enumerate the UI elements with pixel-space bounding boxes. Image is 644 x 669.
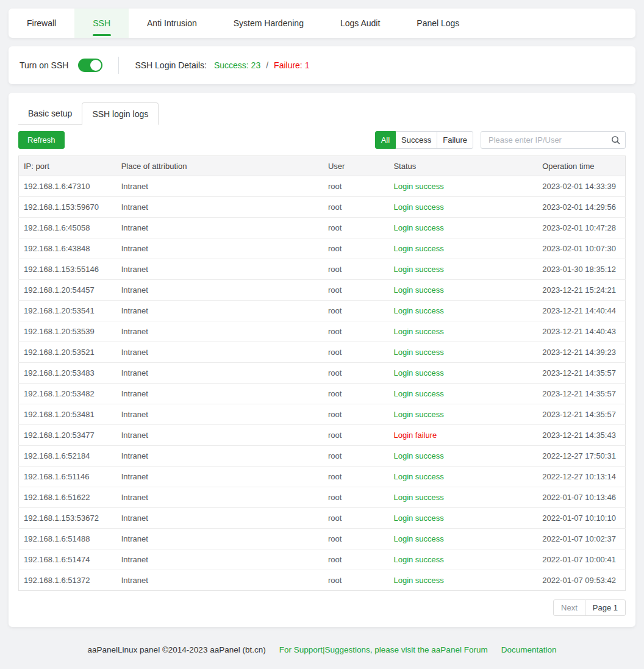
top-nav: FirewallSSHAnti IntrusionSystem Hardenin… (9, 9, 635, 38)
cell-place: Intranet (116, 425, 323, 446)
cell-place: Intranet (116, 549, 323, 570)
tab-firewall[interactable]: Firewall (9, 9, 74, 38)
cell-status: Login success (388, 404, 537, 425)
cell-operation-time: 2022-01-07 10:00:41 (537, 549, 625, 570)
cell-ip-port: 192.168.1.153:55146 (19, 259, 116, 280)
cell-operation-time: 2022-01-07 10:13:46 (537, 487, 625, 508)
tab-ssh-login-logs[interactable]: SSH login logs (82, 102, 159, 125)
cell-status: Login success (388, 446, 537, 467)
documentation-link[interactable]: Documentation (501, 645, 557, 654)
search-box (481, 131, 626, 149)
cell-ip-port: 192.168.1.6:45058 (19, 218, 116, 238)
cell-ip-port: 192.168.1.6:51372 (19, 570, 116, 591)
ssh-status-panel: Turn on SSH SSH Login Details: Success: … (9, 46, 635, 84)
filter-failure[interactable]: Failure (437, 131, 473, 149)
filter-success[interactable]: Success (395, 131, 437, 149)
current-page-button[interactable]: Page 1 (585, 599, 626, 616)
cell-ip-port: 192.168.1.6:51474 (19, 549, 116, 570)
failure-count: Failure: 1 (274, 60, 309, 70)
cell-operation-time: 2023-12-21 14:40:44 (537, 301, 625, 321)
ssh-logs-card: Basic setup SSH login logs Refresh AllSu… (9, 93, 635, 627)
cell-user: root (323, 446, 388, 467)
cell-place: Intranet (116, 197, 323, 218)
cell-operation-time: 2023-02-01 14:33:39 (537, 176, 625, 197)
cell-status: Login success (388, 321, 537, 342)
cell-place: Intranet (116, 280, 323, 301)
cell-user: root (323, 218, 388, 238)
cell-operation-time: 2022-01-07 10:10:10 (537, 508, 625, 529)
cell-operation-time: 2023-01-30 18:35:12 (537, 259, 625, 280)
cell-status: Login success (388, 549, 537, 570)
cell-operation-time: 2023-12-21 14:35:57 (537, 384, 625, 404)
column-status: Status (388, 156, 537, 176)
forum-link[interactable]: For Support|Suggestions, please visit th… (279, 645, 488, 654)
cell-user: root (323, 238, 388, 259)
cell-user: root (323, 280, 388, 301)
cell-place: Intranet (116, 487, 323, 508)
cell-operation-time: 2023-12-21 14:39:23 (537, 342, 625, 363)
cell-user: root (323, 529, 388, 549)
cell-status: Login success (388, 363, 537, 384)
vertical-divider (118, 57, 119, 74)
cell-place: Intranet (116, 176, 323, 197)
column-place-of-attribution: Place of attribution (116, 156, 323, 176)
tab-panel-logs[interactable]: Panel Logs (398, 9, 478, 38)
cell-user: root (323, 508, 388, 529)
table-row: 192.168.1.20:53521 Intranet root Login s… (19, 342, 626, 363)
count-separator: / (266, 60, 268, 70)
cell-status: Login success (388, 301, 537, 321)
tab-ssh[interactable]: SSH (74, 9, 129, 38)
cell-operation-time: 2022-12-27 10:13:14 (537, 467, 625, 487)
filter-all[interactable]: All (375, 131, 396, 149)
cell-place: Intranet (116, 342, 323, 363)
cell-place: Intranet (116, 321, 323, 342)
column-ip-port: IP: port (19, 156, 116, 176)
cell-ip-port: 192.168.1.153:59670 (19, 197, 116, 218)
cell-ip-port: 192.168.1.20:53483 (19, 363, 116, 384)
cell-place: Intranet (116, 301, 323, 321)
cell-user: root (323, 425, 388, 446)
footer: aaPanelLinux panel ©2014-2023 aaPanel (b… (0, 645, 644, 654)
cell-operation-time: 2023-12-21 14:35:43 (537, 425, 625, 446)
table-row: 192.168.1.6:45058 Intranet root Login su… (19, 218, 626, 238)
cell-status: Login success (388, 487, 537, 508)
cell-status: Login failure (388, 425, 537, 446)
cell-ip-port: 192.168.1.20:53541 (19, 301, 116, 321)
table-row: 192.168.1.6:51474 Intranet root Login su… (19, 549, 626, 570)
logs-toolbar: Refresh AllSuccessFailure (18, 131, 626, 149)
log-subtabs: Basic setup SSH login logs (18, 102, 626, 125)
refresh-button[interactable]: Refresh (18, 131, 65, 149)
table-row: 192.168.1.153:59670 Intranet root Login … (19, 197, 626, 218)
cell-ip-port: 192.168.1.153:53672 (19, 508, 116, 529)
cell-ip-port: 192.168.1.6:51622 (19, 487, 116, 508)
tab-system-hardening[interactable]: System Hardening (215, 9, 322, 38)
cell-operation-time: 2022-12-27 17:50:31 (537, 446, 625, 467)
cell-user: root (323, 363, 388, 384)
cell-operation-time: 2023-02-01 10:47:28 (537, 218, 625, 238)
table-row: 192.168.1.20:54457 Intranet root Login s… (19, 280, 626, 301)
cell-ip-port: 192.168.1.6:43848 (19, 238, 116, 259)
cell-status: Login success (388, 384, 537, 404)
tab-anti-intrusion[interactable]: Anti Intrusion (129, 9, 215, 38)
cell-operation-time: 2023-12-21 15:24:21 (537, 280, 625, 301)
cell-ip-port: 192.168.1.20:53477 (19, 425, 116, 446)
cell-operation-time: 2023-12-21 14:35:57 (537, 404, 625, 425)
search-input[interactable] (487, 135, 611, 145)
cell-ip-port: 192.168.1.6:51146 (19, 467, 116, 487)
cell-operation-time: 2023-12-21 14:40:43 (537, 321, 625, 342)
tab-basic-setup[interactable]: Basic setup (18, 102, 82, 125)
cell-user: root (323, 384, 388, 404)
cell-place: Intranet (116, 384, 323, 404)
cell-user: root (323, 301, 388, 321)
table-header: IP: portPlace of attributionUserStatusOp… (19, 156, 626, 176)
header-row: IP: portPlace of attributionUserStatusOp… (19, 156, 626, 176)
table-row: 192.168.1.6:51488 Intranet root Login su… (19, 529, 626, 549)
toggle-knob (90, 60, 101, 71)
tab-logs-audit[interactable]: Logs Audit (322, 9, 398, 38)
search-icon[interactable] (611, 135, 620, 145)
cell-user: root (323, 342, 388, 363)
cell-ip-port: 192.168.1.20:53481 (19, 404, 116, 425)
next-page-button[interactable]: Next (553, 599, 585, 616)
ssh-toggle[interactable] (78, 59, 102, 72)
table-row: 192.168.1.6:47310 Intranet root Login su… (19, 176, 626, 197)
